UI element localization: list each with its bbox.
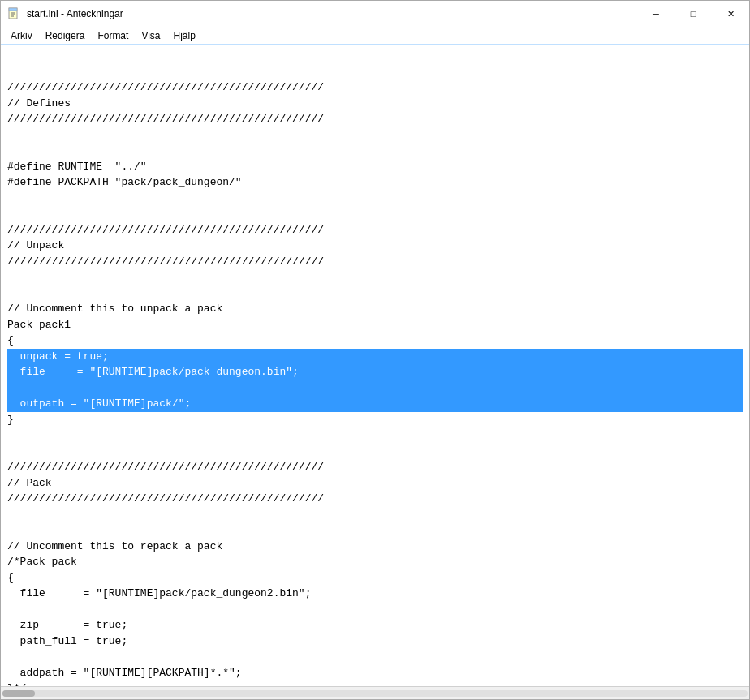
editor-line xyxy=(7,191,743,207)
menu-hjalp[interactable]: Hjälp xyxy=(167,28,202,43)
editor-line: outpath = "[RUNTIME]pack/"; xyxy=(7,396,743,412)
scrollbar-thumb[interactable] xyxy=(2,690,35,697)
editor-line: #define RUNTIME "../" xyxy=(7,159,743,175)
maximize-button[interactable]: □ xyxy=(675,1,712,27)
editor-line xyxy=(7,380,743,397)
editor-line: }*/ xyxy=(7,681,743,686)
menu-format[interactable]: Format xyxy=(91,28,135,43)
svg-rect-1 xyxy=(9,8,17,11)
menu-redigera[interactable]: Redigera xyxy=(39,28,92,43)
editor-line: path_full = true; xyxy=(7,633,743,650)
editor-line: unpack = true; xyxy=(7,349,743,365)
editor-line xyxy=(7,602,743,618)
editor-line: // Defines xyxy=(7,96,743,112)
editor-line xyxy=(7,269,743,286)
editor-content[interactable]: ////////////////////////////////////////… xyxy=(7,48,743,686)
editor-line xyxy=(7,649,743,665)
main-window: start.ini - Anteckningar ─ □ ✕ Arkiv Red… xyxy=(0,0,750,700)
menu-visa[interactable]: Visa xyxy=(135,28,166,43)
app-icon xyxy=(7,7,20,20)
editor-line: ////////////////////////////////////////… xyxy=(7,254,743,270)
title-bar: start.ini - Anteckningar ─ □ ✕ xyxy=(1,1,749,27)
title-bar-left: start.ini - Anteckningar xyxy=(7,7,123,20)
editor-line: ////////////////////////////////////////… xyxy=(7,111,743,127)
close-button[interactable]: ✕ xyxy=(712,1,749,27)
editor-line: // Unpack xyxy=(7,238,743,254)
editor-line: // Uncomment this to repack a pack xyxy=(7,539,743,555)
editor-line: Pack pack1 xyxy=(7,317,743,333)
menu-bar: Arkiv Redigera Format Visa Hjälp xyxy=(1,27,749,45)
minimize-button[interactable]: ─ xyxy=(637,1,675,27)
editor-line: } xyxy=(7,412,743,428)
editor-line: addpath = "[RUNTIME][PACKPATH]*.*"; xyxy=(7,665,743,681)
editor-line xyxy=(7,507,743,523)
editor-line xyxy=(7,286,743,302)
scrollbar-track[interactable] xyxy=(2,690,748,697)
editor-line xyxy=(7,522,743,539)
editor-line: zip = true; xyxy=(7,617,743,633)
editor-line xyxy=(7,427,743,444)
window-title: start.ini - Anteckningar xyxy=(27,8,123,19)
window-controls: ─ □ ✕ xyxy=(637,1,749,27)
editor-line: ////////////////////////////////////////… xyxy=(7,491,743,507)
editor-line: /*Pack pack xyxy=(7,554,743,570)
editor-line: // Uncomment this to unpack a pack xyxy=(7,301,743,317)
menu-arkiv[interactable]: Arkiv xyxy=(4,28,39,43)
editor-line xyxy=(7,143,743,159)
editor-line xyxy=(7,206,743,222)
editor-line: ////////////////////////////////////////… xyxy=(7,459,743,475)
editor-line: file = "[RUNTIME]pack/pack_dungeon.bin"; xyxy=(7,364,743,380)
editor-line xyxy=(7,444,743,460)
editor-line: ////////////////////////////////////////… xyxy=(7,79,743,96)
editor-line xyxy=(7,127,743,144)
editor-line: #define PACKPATH "pack/pack_dungeon/" xyxy=(7,174,743,191)
editor-line: ////////////////////////////////////////… xyxy=(7,222,743,238)
editor-line: file = "[RUNTIME]pack/pack_dungeon2.bin"… xyxy=(7,586,743,602)
editor-area[interactable]: ////////////////////////////////////////… xyxy=(1,45,749,686)
horizontal-scrollbar[interactable] xyxy=(1,686,749,699)
editor-line: { xyxy=(7,570,743,586)
editor-line: { xyxy=(7,333,743,349)
editor-line: // Pack xyxy=(7,475,743,492)
